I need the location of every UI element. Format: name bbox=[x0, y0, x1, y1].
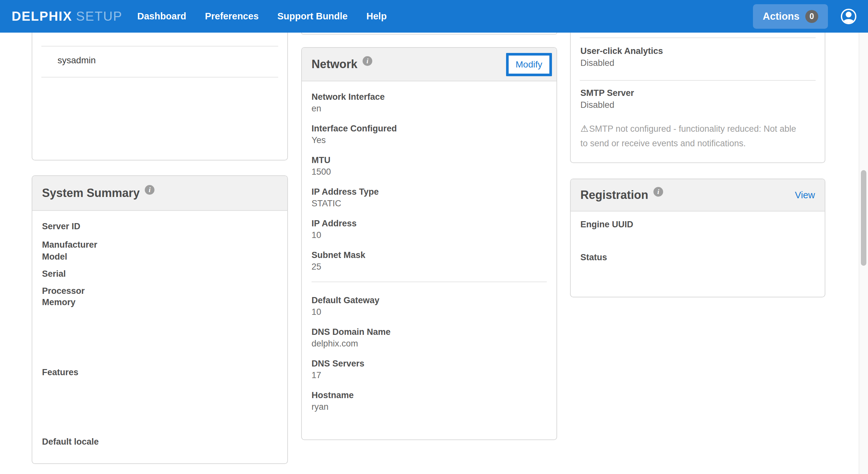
label-serial: Serial bbox=[42, 269, 66, 279]
field-value: en bbox=[312, 103, 547, 114]
label-model: Model bbox=[42, 252, 67, 262]
warning-text-line2: to send or receive events and notificati… bbox=[580, 138, 746, 148]
scrollbar-thumb[interactable] bbox=[861, 170, 866, 266]
label-default-locale: Default locale bbox=[42, 437, 99, 447]
view-link[interactable]: View bbox=[795, 190, 815, 201]
field-ip-address-type: IP Address Type STATIC bbox=[312, 186, 547, 209]
users-card: sysadmin bbox=[32, 33, 288, 161]
brand-primary: DELPHIX bbox=[12, 9, 72, 24]
modify-button[interactable]: Modify bbox=[506, 53, 552, 76]
registration-header: Registration i View bbox=[571, 179, 825, 211]
network-card-body: Network Interface en Interface Configure… bbox=[302, 81, 556, 413]
field-value: 25 bbox=[312, 261, 547, 273]
field-value: 10 bbox=[312, 306, 547, 318]
divider bbox=[580, 80, 816, 81]
field-label: DNS Domain Name bbox=[312, 326, 547, 338]
avatar-head-shape bbox=[846, 12, 851, 18]
field-label: Default Gateway bbox=[312, 295, 547, 306]
field-network-interface: Network Interface en bbox=[312, 91, 547, 114]
user-avatar-icon[interactable] bbox=[841, 9, 856, 24]
label-user-click-analytics: User-click Analytics bbox=[580, 46, 663, 56]
actions-button[interactable]: Actions 0 bbox=[753, 4, 828, 29]
warning-text-line1: SMTP not configured - functionality redu… bbox=[589, 124, 796, 134]
system-summary-body: Server ID Manufacturer Model Serial Proc… bbox=[32, 211, 287, 464]
field-label: IP Address Type bbox=[312, 186, 547, 198]
divider bbox=[312, 281, 547, 282]
field-value: 17 bbox=[312, 369, 547, 381]
label-server-id: Server ID bbox=[42, 222, 81, 232]
label-status: Status bbox=[580, 252, 607, 263]
label-processor: Processor bbox=[42, 286, 85, 296]
brand-secondary: SETUP bbox=[76, 9, 122, 24]
field-default-gateway: Default Gateway 10 bbox=[312, 295, 547, 318]
nav-right-group: Actions 0 bbox=[753, 4, 856, 29]
field-label: MTU bbox=[312, 154, 547, 166]
info-icon[interactable]: i bbox=[653, 187, 663, 197]
field-value: ryan bbox=[312, 401, 547, 413]
user-list-item-sysadmin[interactable]: sysadmin bbox=[58, 55, 96, 66]
divider bbox=[41, 77, 278, 77]
nav-item-help[interactable]: Help bbox=[367, 11, 387, 22]
field-value: delphix.com bbox=[312, 338, 547, 349]
warning-icon: ⚠ bbox=[580, 124, 588, 134]
divider bbox=[580, 37, 816, 38]
label-features: Features bbox=[42, 367, 79, 377]
nav-menu: Dashboard Preferences Support Bundle Hel… bbox=[137, 11, 406, 22]
field-value: STATIC bbox=[312, 198, 547, 209]
label-manufacturer: Manufacturer bbox=[42, 240, 97, 250]
smtp-warning-message: ⚠SMTP not configured - functionality red… bbox=[580, 122, 810, 151]
field-subnet-mask: Subnet Mask 25 bbox=[312, 249, 547, 273]
field-label: IP Address bbox=[312, 217, 547, 229]
divider bbox=[41, 46, 278, 46]
field-dns-domain-name: DNS Domain Name delphix.com bbox=[312, 326, 547, 349]
system-summary-header: System Summary i bbox=[32, 176, 287, 211]
actions-button-label: Actions bbox=[763, 11, 800, 22]
delphix-setup-screen: DELPHIX SETUP Dashboard Preferences Supp… bbox=[0, 0, 868, 474]
field-label: Interface Configured bbox=[312, 123, 547, 134]
field-hostname: Hostname ryan bbox=[312, 390, 547, 413]
delphix-setup-logo: DELPHIX SETUP bbox=[12, 9, 122, 24]
actions-count-badge: 0 bbox=[805, 10, 818, 23]
avatar-shoulders-shape bbox=[843, 19, 854, 24]
info-icon[interactable]: i bbox=[145, 185, 154, 195]
field-value: 1500 bbox=[312, 166, 547, 178]
field-label: Subnet Mask bbox=[312, 249, 547, 261]
field-label: Hostname bbox=[312, 390, 547, 401]
registration-title: Registration bbox=[580, 188, 648, 202]
field-value: Yes bbox=[312, 134, 547, 146]
cutoff-card-bottom-edge bbox=[301, 33, 557, 35]
system-summary-title: System Summary bbox=[42, 186, 140, 200]
network-card: Network i Modify Network Interface en In… bbox=[301, 47, 557, 440]
registration-body: Engine UUID Status bbox=[571, 211, 825, 297]
label-memory: Memory bbox=[42, 297, 75, 307]
network-card-title: Network bbox=[312, 58, 358, 71]
top-nav-bar: DELPHIX SETUP Dashboard Preferences Supp… bbox=[0, 0, 868, 33]
registration-card: Registration i View Engine UUID Status bbox=[570, 178, 825, 297]
field-label: DNS Servers bbox=[312, 358, 547, 369]
system-summary-card: System Summary i Server ID Manufacturer … bbox=[32, 175, 288, 464]
field-dns-servers: DNS Servers 17 bbox=[312, 358, 547, 381]
scrollbar[interactable] bbox=[859, 33, 868, 474]
field-ip-address: IP Address 10 bbox=[312, 217, 547, 241]
label-smtp-server: SMTP Server bbox=[580, 88, 634, 98]
network-card-header: Network i Modify bbox=[302, 48, 556, 81]
field-label: Network Interface bbox=[312, 91, 547, 103]
value-user-click-analytics: Disabled bbox=[580, 58, 614, 68]
nav-item-dashboard[interactable]: Dashboard bbox=[137, 11, 186, 22]
field-mtu: MTU 1500 bbox=[312, 154, 547, 178]
label-engine-uuid: Engine UUID bbox=[580, 219, 633, 230]
value-smtp-server: Disabled bbox=[580, 100, 614, 110]
status-card: User-click Analytics Disabled SMTP Serve… bbox=[570, 33, 825, 163]
field-interface-configured: Interface Configured Yes bbox=[312, 123, 547, 146]
nav-item-preferences[interactable]: Preferences bbox=[205, 11, 258, 22]
nav-item-support-bundle[interactable]: Support Bundle bbox=[277, 11, 347, 22]
info-icon[interactable]: i bbox=[363, 56, 372, 66]
field-value: 10 bbox=[312, 229, 547, 241]
